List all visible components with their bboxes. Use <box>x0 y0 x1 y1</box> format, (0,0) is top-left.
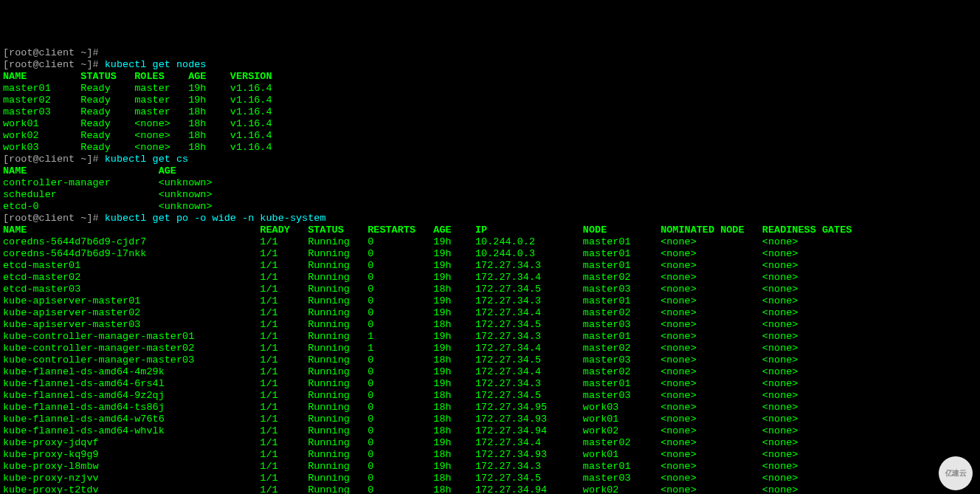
pod-row: kube-flannel-ds-amd64-w76t6 1/1 Running … <box>3 414 798 425</box>
pod-row: kube-proxy-nzjvv 1/1 Running 0 18h 172.2… <box>3 473 798 484</box>
pod-row: kube-controller-manager-master03 1/1 Run… <box>3 354 798 366</box>
pod-row: kube-flannel-ds-amd64-9z2qj 1/1 Running … <box>3 390 798 401</box>
prompt: [root@client ~]# <box>3 59 105 70</box>
node-row: work01 Ready <none> 18h v1.16.4 <box>3 118 272 129</box>
pod-row: kube-flannel-ds-amd64-whvlk 1/1 Running … <box>3 425 798 436</box>
pod-row: kube-proxy-kq9g9 1/1 Running 0 18h 172.2… <box>3 449 798 460</box>
pod-row: kube-apiserver-master03 1/1 Running 0 18… <box>3 319 798 330</box>
cs-row: controller-manager <unknown> <box>3 177 213 188</box>
command-get-pods: kubectl get po -o wide -n kube-system <box>105 213 326 224</box>
node-row: master03 Ready master 18h v1.16.4 <box>3 106 272 117</box>
cs-row: etcd-0 <unknown> <box>3 201 213 212</box>
node-row: master01 Ready master 19h v1.16.4 <box>3 83 272 94</box>
pod-row: kube-flannel-ds-amd64-ts86j 1/1 Running … <box>3 402 798 413</box>
prompt: [root@client ~]# <box>3 213 105 224</box>
terminal-output[interactable]: [root@client ~]# [root@client ~]# kubect… <box>3 47 977 494</box>
prompt: [root@client ~]# <box>3 154 105 165</box>
pod-row: etcd-master01 1/1 Running 0 19h 172.27.3… <box>3 260 798 271</box>
pod-row: kube-proxy-jdqvf 1/1 Running 0 19h 172.2… <box>3 437 798 448</box>
pod-row: kube-apiserver-master02 1/1 Running 0 19… <box>3 307 798 318</box>
pod-row: etcd-master02 1/1 Running 0 19h 172.27.3… <box>3 272 798 283</box>
command-get-nodes: kubectl get nodes <box>105 59 207 70</box>
node-row: work02 Ready <none> 18h v1.16.4 <box>3 130 272 141</box>
pod-row: coredns-5644d7b6d9-cjdr7 1/1 Running 0 1… <box>3 236 798 247</box>
pod-row: etcd-master03 1/1 Running 0 18h 172.27.3… <box>3 284 798 295</box>
pod-row: kube-proxy-l8mbw 1/1 Running 0 19h 172.2… <box>3 461 798 472</box>
cs-header: NAME AGE <box>3 165 176 176</box>
pod-row: kube-flannel-ds-amd64-4m29k 1/1 Running … <box>3 366 798 377</box>
command-get-cs: kubectl get cs <box>105 154 188 165</box>
pods-header: NAME READY STATUS RESTARTS AGE IP NODE N… <box>3 224 852 236</box>
pod-row: coredns-5644d7b6d9-l7nkk 1/1 Running 0 1… <box>3 248 798 259</box>
nodes-header: NAME STATUS ROLES AGE VERSION <box>3 71 272 82</box>
node-row: master02 Ready master 19h v1.16.4 <box>3 95 272 106</box>
pod-row: kube-flannel-ds-amd64-6rs4l 1/1 Running … <box>3 378 798 389</box>
prompt-line: [root@client ~]# <box>3 47 105 58</box>
pod-row: kube-proxy-t2tdv 1/1 Running 0 18h 172.2… <box>3 484 798 494</box>
pod-row: kube-controller-manager-master01 1/1 Run… <box>3 331 798 342</box>
cs-row: scheduler <unknown> <box>3 189 213 200</box>
watermark-logo: 亿速云 <box>939 456 973 490</box>
pod-row: kube-apiserver-master01 1/1 Running 0 19… <box>3 295 798 306</box>
pod-row: kube-controller-manager-master02 1/1 Run… <box>3 343 798 354</box>
node-row: work03 Ready <none> 18h v1.16.4 <box>3 142 272 153</box>
